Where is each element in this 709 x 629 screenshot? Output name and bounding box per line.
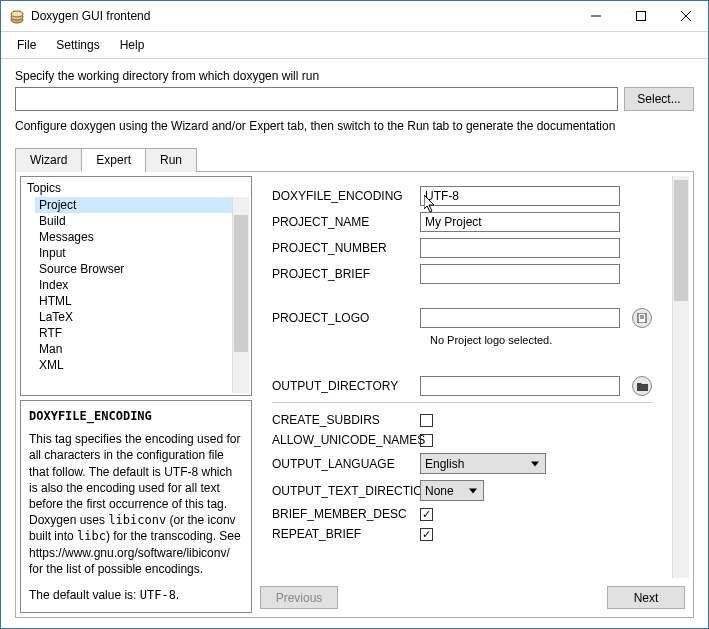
label-brief-member-desc: BRIEF_MEMBER_DESC <box>272 507 412 521</box>
browse-logo-button[interactable] <box>632 308 652 328</box>
topic-xml[interactable]: XML <box>35 357 232 373</box>
topic-build[interactable]: Build <box>35 213 232 229</box>
maximize-button[interactable] <box>618 1 663 31</box>
menu-help[interactable]: Help <box>112 36 153 54</box>
tab-run[interactable]: Run <box>145 148 197 172</box>
previous-button[interactable]: Previous <box>260 586 338 609</box>
svg-point-2 <box>11 11 23 17</box>
app-icon <box>9 8 25 24</box>
input-project-name[interactable] <box>420 212 620 232</box>
close-button[interactable] <box>663 1 708 31</box>
maximize-icon <box>636 11 646 21</box>
label-project-name: PROJECT_NAME <box>272 215 412 229</box>
topics-header: Topics <box>23 179 249 197</box>
input-doxyfile-encoding[interactable] <box>420 186 620 206</box>
select-dir-button[interactable]: Select... <box>624 87 694 111</box>
help-panel: DOXYFILE_ENCODING This tag specifies the… <box>20 400 252 613</box>
minimize-button[interactable] <box>573 1 618 31</box>
topic-messages[interactable]: Messages <box>35 229 232 245</box>
label-project-logo: PROJECT_LOGO <box>272 311 412 325</box>
topic-html[interactable]: HTML <box>35 293 232 309</box>
input-project-number[interactable] <box>420 238 620 258</box>
topic-source-browser[interactable]: Source Browser <box>35 261 232 277</box>
label-project-number: PROJECT_NUMBER <box>272 241 412 255</box>
minimize-icon <box>591 11 601 21</box>
menu-settings[interactable]: Settings <box>48 36 107 54</box>
close-icon <box>681 11 691 21</box>
label-output-language: OUTPUT_LANGUAGE <box>272 457 412 471</box>
settings-form: DOXYFILE_ENCODING PROJECT_NAME PROJECT_N… <box>256 176 672 578</box>
label-create-subdirs: CREATE_SUBDIRS <box>272 413 412 427</box>
browse-output-dir-button[interactable] <box>632 376 652 396</box>
configure-hint-label: Configure doxygen using the Wizard and/o… <box>15 119 694 133</box>
svg-rect-4 <box>636 12 645 21</box>
file-icon <box>637 313 647 323</box>
topic-latex[interactable]: LaTeX <box>35 309 232 325</box>
topics-list[interactable]: Project Build Messages Input Source Brow… <box>23 197 232 393</box>
topic-man[interactable]: Man <box>35 341 232 357</box>
topics-scrollbar[interactable] <box>232 197 249 393</box>
form-scrollbar[interactable] <box>672 176 689 578</box>
topic-input[interactable]: Input <box>35 245 232 261</box>
titlebar: Doxygen GUI frontend <box>1 1 708 32</box>
label-repeat-brief: REPEAT_BRIEF <box>272 527 412 541</box>
tab-expert[interactable]: Expert <box>81 148 146 172</box>
check-repeat-brief[interactable] <box>420 528 433 541</box>
help-text-2: The default value is: UTF-8. <box>29 587 243 603</box>
tabstrip: Wizard Expert Run <box>15 147 694 172</box>
label-project-brief: PROJECT_BRIEF <box>272 267 412 281</box>
folder-icon <box>637 382 648 391</box>
topics-panel: Topics Project Build Messages Input Sour… <box>20 176 252 396</box>
topic-project[interactable]: Project <box>35 197 232 213</box>
input-project-logo[interactable] <box>420 308 620 328</box>
check-create-subdirs[interactable] <box>420 414 433 427</box>
select-output-language[interactable]: English <box>420 453 546 474</box>
topic-rtf[interactable]: RTF <box>35 325 232 341</box>
help-text-1: This tag specifies the encoding used for… <box>29 431 243 577</box>
check-brief-member-desc[interactable] <box>420 508 433 521</box>
help-title: DOXYFILE_ENCODING <box>29 409 243 423</box>
label-allow-unicode-names: ALLOW_UNICODE_NAMES <box>272 433 412 447</box>
topic-index[interactable]: Index <box>35 277 232 293</box>
working-dir-input[interactable] <box>15 87 618 111</box>
check-allow-unicode-names[interactable] <box>420 434 433 447</box>
no-logo-text: No Project logo selected. <box>430 334 664 346</box>
label-output-text-direction: OUTPUT_TEXT_DIRECTION <box>272 484 412 498</box>
label-doxyfile-encoding: DOXYFILE_ENCODING <box>272 189 412 203</box>
specify-dir-label: Specify the working directory from which… <box>15 69 694 83</box>
next-button[interactable]: Next <box>607 586 685 609</box>
menubar: File Settings Help <box>1 32 708 59</box>
label-output-directory: OUTPUT_DIRECTORY <box>272 379 412 393</box>
divider <box>272 402 652 403</box>
input-project-brief[interactable] <box>420 264 620 284</box>
select-output-text-direction[interactable]: None <box>420 480 484 501</box>
tab-wizard[interactable]: Wizard <box>15 148 82 172</box>
window-title: Doxygen GUI frontend <box>31 9 150 23</box>
menu-file[interactable]: File <box>9 36 44 54</box>
input-output-directory[interactable] <box>420 376 620 396</box>
